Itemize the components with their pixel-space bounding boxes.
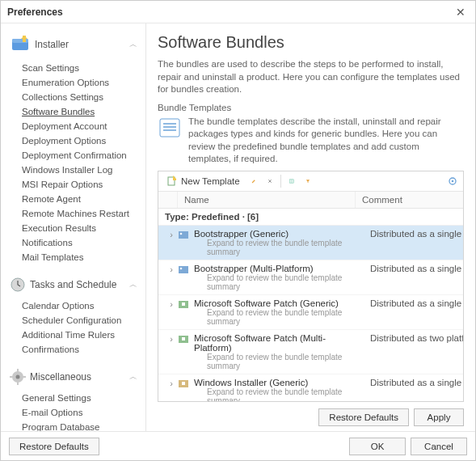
toolbar-separator [280, 175, 281, 188]
section-label: Miscellaneous [30, 371, 129, 383]
table-row[interactable]: › Microsoft Software Patch (Generic) Exp… [158, 295, 463, 330]
page-title: Software Bundles [158, 33, 464, 52]
chevron-up-icon: ︿ [129, 279, 137, 290]
bundle-icon [178, 262, 192, 275]
templates-grid: New Template Name Comment Type: Predefin… [158, 171, 464, 402]
row-sub: Expand to review the bundle template sum… [194, 239, 362, 256]
templates-title: Bundle Templates [158, 103, 464, 112]
sidebar-item-windows-installer-log[interactable]: Windows Installer Log [1, 163, 145, 177]
sidebar-item-scan-settings[interactable]: Scan Settings [1, 61, 145, 75]
filter-button[interactable] [302, 176, 314, 187]
bundle-icon [178, 332, 192, 345]
sidebar-item-mail-templates[interactable]: Mail Templates [1, 250, 145, 264]
expand-icon[interactable]: › [165, 227, 178, 239]
row-comment: Distributed as a single patch [370, 298, 463, 308]
chevron-down-icon[interactable]: ⌄ [452, 343, 458, 345]
close-icon[interactable]: ✕ [453, 6, 469, 19]
svg-rect-9 [23, 376, 26, 378]
sidebar-item-remote-agent[interactable]: Remote Agent [1, 192, 145, 206]
table-row[interactable]: › Bootstrapper (Generic) Expand to revie… [158, 226, 463, 260]
apply-button[interactable]: Apply [414, 408, 464, 426]
new-template-button[interactable]: New Template [163, 174, 243, 188]
tasks-items: Calendar Options Scheduler Configuration… [1, 298, 145, 363]
sidebar-item-general-settings[interactable]: General Settings [1, 391, 145, 405]
restore-defaults-button[interactable]: Restore Defaults [318, 408, 409, 426]
expand-icon[interactable]: › [165, 376, 178, 388]
expand-icon[interactable]: › [165, 262, 178, 274]
new-template-icon [166, 176, 178, 187]
table-row[interactable]: › Windows Installer (Generic) Expand to … [158, 374, 463, 402]
sidebar-item-notifications[interactable]: Notifications [1, 235, 145, 250]
row-name: Bootstrapper (Multi-Platform) [194, 264, 362, 273]
svg-rect-15 [289, 179, 293, 182]
svg-rect-10 [160, 119, 179, 137]
cancel-button[interactable]: Cancel [411, 438, 467, 455]
row-comment: Distributed as a single execut [370, 264, 463, 273]
grid-toolbar: New Template [158, 171, 463, 192]
sidebar-item-confirmations[interactable]: Confirmations [1, 342, 145, 357]
window-title: Preferences [7, 6, 453, 18]
misc-items: General Settings E-mail Options Program … [1, 391, 145, 431]
footer-restore-defaults-button[interactable]: Restore Defaults [9, 438, 99, 455]
svg-point-23 [180, 267, 183, 269]
expand-icon[interactable]: › [165, 332, 178, 344]
row-name: Microsoft Software Patch (Generic) [194, 298, 362, 308]
svg-rect-25 [182, 302, 185, 306]
edit-button[interactable] [248, 176, 259, 187]
row-name: Windows Installer (Generic) [194, 378, 362, 387]
ok-button[interactable]: OK [349, 438, 406, 455]
sidebar-item-program-database[interactable]: Program Database [1, 420, 145, 431]
expand-icon[interactable]: › [165, 297, 178, 309]
bundle-icon [178, 376, 192, 389]
section-installer[interactable]: Installer ︿ [1, 28, 145, 61]
svg-rect-22 [179, 266, 188, 273]
grid-settings-button[interactable] [447, 176, 458, 187]
svg-rect-29 [182, 382, 185, 385]
row-sub: Expand to review the bundle template sum… [194, 308, 362, 326]
sidebar-item-remote-machines-restart[interactable]: Remote Machines Restart [1, 206, 145, 221]
section-label: Installer [35, 39, 129, 50]
sidebar-item-calendar-options[interactable]: Calendar Options [1, 298, 145, 313]
sidebar-item-msi-repair-options[interactable]: MSI Repair Options [1, 177, 145, 192]
sidebar-item-deployment-confirmation[interactable]: Deployment Confirmation [1, 148, 145, 163]
page-description: The bundles are used to describe the ste… [158, 58, 464, 96]
new-template-label: New Template [181, 176, 240, 186]
sidebar-item-software-bundles[interactable]: Software Bundles [1, 104, 145, 119]
name-column-header[interactable]: Name [178, 192, 356, 208]
chevron-down-icon[interactable]: ⌄ [452, 273, 458, 275]
svg-rect-8 [10, 376, 13, 378]
section-tasks-schedule[interactable]: Tasks and Schedule ︿ [1, 271, 145, 298]
main-panel: Software Bundles The bundles are used to… [146, 23, 475, 431]
template-list-icon [158, 116, 182, 140]
columns-button[interactable] [286, 176, 297, 187]
section-miscellaneous[interactable]: Miscellaneous ︿ [1, 363, 145, 391]
table-row[interactable]: › Bootstrapper (Multi-Platform) Expand t… [158, 260, 463, 295]
row-comment: Distributed as a single execut [370, 229, 463, 239]
svg-point-19 [452, 180, 454, 182]
row-name: Microsoft Software Patch (Multi-Platform… [194, 333, 362, 353]
sidebar-item-additional-time-rulers[interactable]: Additional Time Rulers [1, 328, 145, 342]
chevron-up-icon: ︿ [129, 371, 137, 383]
installer-items: Scan Settings Enumeration Options Collec… [1, 61, 145, 271]
title-bar: Preferences ✕ [1, 1, 475, 23]
chevron-down-icon[interactable]: ⌄ [452, 308, 458, 310]
sidebar-item-scheduler-configuration[interactable]: Scheduler Configuration [1, 313, 145, 328]
group-row-predefined[interactable]: Type: Predefined · [6] [158, 209, 463, 226]
section-label: Tasks and Schedule [30, 279, 129, 290]
svg-rect-27 [182, 337, 185, 340]
comment-column-header[interactable]: Comment [356, 192, 463, 208]
sidebar-item-enumeration-options[interactable]: Enumeration Options [1, 75, 145, 90]
sidebar-item-execution-results[interactable]: Execution Results [1, 221, 145, 235]
chevron-down-icon[interactable]: ⌄ [452, 387, 458, 389]
sidebar-item-deployment-account[interactable]: Deployment Account [1, 119, 145, 133]
sidebar-item-collections-settings[interactable]: Collections Settings [1, 90, 145, 104]
bundle-icon [178, 297, 192, 310]
sidebar-item-email-options[interactable]: E-mail Options [1, 405, 145, 420]
svg-point-21 [180, 232, 183, 235]
chevron-down-icon[interactable]: ⌄ [452, 239, 458, 240]
table-row[interactable]: › Microsoft Software Patch (Multi-Platfo… [158, 330, 463, 374]
sidebar-item-deployment-options[interactable]: Deployment Options [1, 133, 145, 148]
svg-rect-6 [17, 369, 19, 372]
delete-button[interactable] [264, 176, 276, 187]
svg-rect-20 [179, 231, 188, 239]
